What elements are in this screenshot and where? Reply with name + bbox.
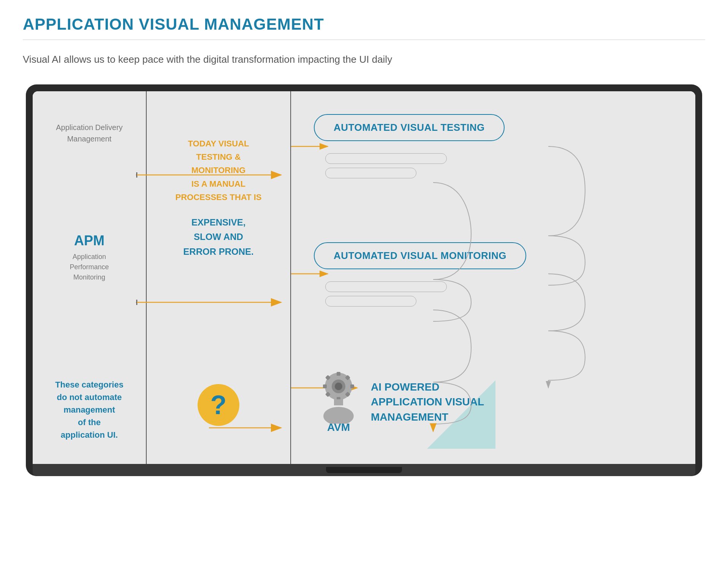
expensive-text: EXPENSIVE, SLOW AND ERROR PRONE. — [176, 215, 262, 259]
svg-rect-10 — [323, 384, 327, 388]
sub-item-1 — [325, 153, 447, 164]
avm-label: AVM — [314, 421, 363, 434]
svg-rect-11 — [350, 384, 354, 388]
automated-visual-monitoring-block: AUTOMATED VISUAL MONITORING — [314, 242, 680, 307]
page-title: APPLICATION VISUAL MANAGEMENT — [23, 15, 705, 33]
left-top-label: Application Delivery Management — [42, 122, 137, 145]
automated-visual-monitoring-pill: AUTOMATED VISUAL MONITORING — [314, 242, 526, 269]
automated-visual-monitoring-label: AUTOMATED VISUAL MONITORING — [334, 250, 506, 261]
apm-block: APM Application Performance Monitoring — [42, 233, 137, 283]
sub-item-4 — [325, 296, 416, 307]
laptop-notch — [326, 467, 402, 473]
these-categories-block: These categories do not automate managem… — [42, 378, 137, 441]
testing-sub-items — [325, 153, 680, 178]
avm-head-svg — [318, 370, 359, 424]
monitoring-sub-items — [325, 281, 680, 307]
laptop-base — [33, 464, 695, 476]
these-categories-text: These categories do not automate managem… — [42, 378, 137, 441]
question-circle: ? — [198, 384, 239, 426]
automated-visual-testing-label: AUTOMATED VISUAL TESTING — [334, 122, 485, 133]
ai-powered-text: AI POWERED APPLICATION VISUAL MANAGEMENT — [371, 380, 484, 424]
automated-visual-testing-pill: AUTOMATED VISUAL TESTING — [314, 114, 505, 141]
divider — [23, 40, 705, 40]
today-visual-text: TODAY VISUAL TESTING & MONITORING IS A M… — [176, 137, 262, 204]
middle-column: TODAY VISUAL TESTING & MONITORING IS A M… — [147, 91, 291, 464]
sub-item-2 — [325, 168, 416, 178]
subtitle: Visual AI allows us to keep pace with th… — [23, 54, 705, 65]
automated-visual-testing-block: AUTOMATED VISUAL TESTING — [314, 114, 680, 178]
laptop-container: Application Delivery Management APM Appl… — [26, 84, 702, 476]
apm-title: APM — [42, 233, 137, 249]
apm-subtitle: Application Performance Monitoring — [42, 252, 137, 283]
sub-item-3 — [325, 281, 447, 292]
svg-point-16 — [335, 383, 342, 390]
today-visual-block: TODAY VISUAL TESTING & MONITORING IS A M… — [176, 137, 262, 259]
laptop-screen: Application Delivery Management APM Appl… — [33, 91, 695, 464]
left-column: Application Delivery Management APM Appl… — [33, 91, 147, 464]
avm-block: AVM AI POWERED APPLICATION VISUAL MANAGE… — [314, 370, 680, 434]
question-mark: ? — [210, 390, 227, 420]
right-column: AUTOMATED VISUAL TESTING AUTOMATED VISUA… — [291, 91, 695, 464]
svg-rect-17 — [334, 399, 343, 405]
svg-rect-8 — [337, 372, 340, 376]
